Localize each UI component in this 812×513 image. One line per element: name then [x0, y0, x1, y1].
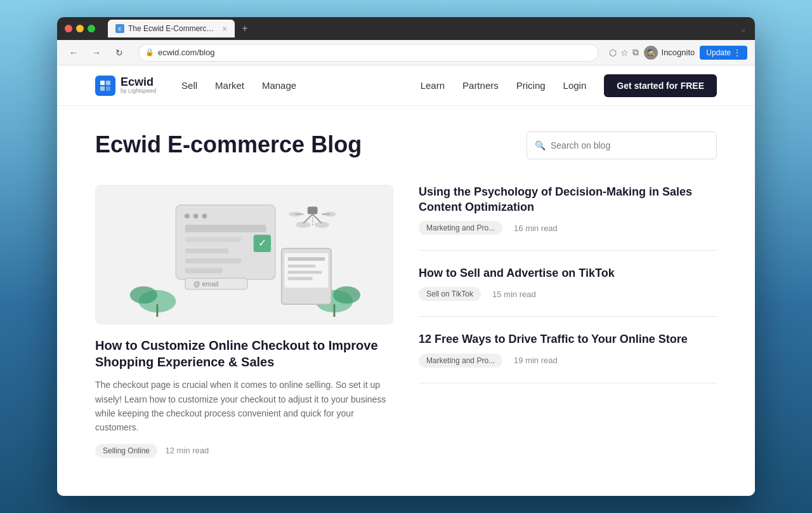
article-title-2[interactable]: How to Sell and Advertise on TikTok: [419, 266, 717, 281]
article-title-1[interactable]: Using the Psychology of Decision-Making …: [419, 185, 717, 215]
nav-learn[interactable]: Learn: [421, 80, 445, 91]
svg-rect-3: [106, 86, 110, 91]
svg-rect-15: [185, 269, 223, 274]
chevron-down-icon[interactable]: ⌄: [740, 23, 747, 34]
cta-button[interactable]: Get started for FREE: [604, 74, 717, 97]
minimize-button[interactable]: [76, 25, 84, 32]
bookmark-icon[interactable]: ☆: [620, 48, 629, 58]
svg-point-25: [289, 212, 302, 217]
browser-toolbar: ← → ↻ 🔒 ecwid.com/blog ⬡ ☆ ⧉ 🕵 Incognito…: [57, 40, 755, 65]
svg-point-32: [333, 286, 360, 303]
logo-name: Ecwid: [121, 76, 156, 88]
main-content: Ecwid E-commerce Blog 🔍: [57, 106, 755, 496]
logo-text: Ecwid by Lightspeed: [121, 76, 156, 95]
article-item-2: How to Sell and Advertise on TikTok Sell…: [419, 251, 717, 317]
reload-button[interactable]: ↻: [110, 44, 128, 62]
menu-dots-icon: ⋮: [733, 48, 741, 57]
nav-manage[interactable]: Manage: [262, 80, 296, 91]
svg-point-7: [193, 214, 199, 219]
logo-icon: [95, 76, 115, 96]
article-item-3: 12 Free Ways to Drive Traffic to Your On…: [419, 317, 717, 383]
nav-links-right: Learn Partners Pricing Login: [421, 80, 587, 91]
svg-rect-0: [100, 81, 105, 85]
logo[interactable]: Ecwid by Lightspeed: [95, 76, 156, 96]
svg-rect-22: [308, 207, 318, 215]
featured-title[interactable]: How to Customize Online Checkout to Impr…: [95, 337, 393, 370]
svg-rect-14: [185, 258, 241, 263]
lock-icon: 🔒: [145, 48, 154, 57]
article-meta-3: Marketing and Pro... 19 min read: [419, 354, 717, 368]
nav-links-left: Sell Market Manage: [181, 80, 296, 91]
svg-rect-9: [185, 225, 266, 232]
update-label: Update: [706, 48, 731, 57]
svg-point-21: [315, 222, 330, 228]
svg-point-29: [130, 286, 157, 303]
logo-sub: by Lightspeed: [121, 88, 156, 95]
nav-partners[interactable]: Partners: [462, 80, 499, 91]
svg-rect-38: [288, 271, 322, 274]
svg-rect-1: [106, 81, 110, 85]
search-input[interactable]: [551, 140, 709, 150]
traffic-lights: [65, 25, 95, 32]
cast-icon: ⬡: [609, 48, 617, 58]
nav-left: Ecwid by Lightspeed Sell Market Manage: [95, 76, 296, 96]
article-read-time-3: 19 min read: [514, 356, 558, 365]
nav-right: Learn Partners Pricing Login Get started…: [421, 74, 717, 97]
forward-button[interactable]: →: [88, 44, 105, 62]
svg-point-20: [296, 222, 311, 228]
svg-rect-37: [288, 265, 316, 268]
page-header: Ecwid E-commerce Blog 🔍: [95, 131, 717, 159]
featured-post: ✓ @ email: [95, 185, 393, 458]
maximize-button[interactable]: [88, 25, 95, 32]
article-item-1: Using the Psychology of Decision-Making …: [419, 185, 717, 251]
page-title: Ecwid E-commerce Blog: [95, 131, 362, 158]
close-button[interactable]: [65, 25, 72, 32]
window-controls: ⌄: [740, 23, 747, 34]
featured-read-time: 12 min read: [166, 446, 209, 455]
article-list: Using the Psychology of Decision-Making …: [419, 185, 717, 383]
url-display: ecwid.com/blog: [158, 48, 592, 57]
search-icon: 🔍: [535, 140, 546, 150]
svg-rect-39: [288, 277, 313, 280]
svg-rect-13: [185, 248, 229, 253]
svg-point-6: [185, 214, 190, 219]
article-tag-2[interactable]: Sell on TikTok: [419, 287, 481, 301]
active-tab[interactable]: E The Ecwid E-Commerce Blog ✕: [108, 20, 235, 37]
featured-excerpt: The checkout page is crucial when it com…: [95, 378, 393, 435]
article-read-time-1: 16 min read: [514, 223, 558, 233]
content-grid: ✓ @ email: [95, 185, 717, 458]
featured-tag[interactable]: Selling Online: [95, 444, 157, 458]
featured-image[interactable]: ✓ @ email: [95, 185, 393, 324]
update-button[interactable]: Update ⋮: [700, 46, 747, 60]
browser-window: E The Ecwid E-Commerce Blog ✕ + ⌄ ← → ↻ …: [57, 17, 755, 496]
article-tag-3[interactable]: Marketing and Pro...: [419, 354, 502, 368]
site-nav: Ecwid by Lightspeed Sell Market Manage L…: [57, 65, 755, 106]
extensions-icon[interactable]: ⧉: [632, 47, 639, 58]
svg-point-26: [324, 212, 336, 217]
article-meta-2: Sell on TikTok 15 min read: [419, 287, 717, 301]
browser-titlebar: E The Ecwid E-Commerce Blog ✕ + ⌄: [57, 17, 755, 40]
svg-rect-36: [288, 257, 325, 261]
incognito-button[interactable]: 🕵 Incognito: [644, 46, 695, 60]
nav-pricing[interactable]: Pricing: [516, 80, 546, 91]
nav-sell[interactable]: Sell: [181, 80, 197, 91]
new-tab-button[interactable]: +: [237, 21, 252, 36]
nav-login[interactable]: Login: [563, 80, 587, 91]
incognito-avatar: 🕵: [644, 46, 658, 60]
featured-meta: Selling Online 12 min read: [95, 444, 393, 458]
article-meta-1: Marketing and Pro... 16 min read: [419, 221, 717, 235]
svg-text:✓: ✓: [258, 237, 266, 248]
tab-bar: E The Ecwid E-Commerce Blog ✕ +: [108, 20, 735, 37]
nav-market[interactable]: Market: [215, 80, 244, 91]
tab-close-icon[interactable]: ✕: [222, 25, 227, 32]
svg-rect-10: [185, 237, 241, 243]
article-read-time-2: 15 min read: [492, 290, 536, 299]
article-tag-1[interactable]: Marketing and Pro...: [419, 221, 502, 235]
search-bar[interactable]: 🔍: [527, 131, 717, 159]
incognito-label: Incognito: [662, 48, 695, 57]
article-title-3[interactable]: 12 Free Ways to Drive Traffic to Your On…: [419, 332, 717, 347]
svg-rect-2: [100, 86, 105, 91]
back-button[interactable]: ←: [65, 44, 82, 62]
address-bar[interactable]: 🔒 ecwid.com/blog: [138, 44, 599, 62]
svg-text:@ email: @ email: [193, 280, 219, 288]
